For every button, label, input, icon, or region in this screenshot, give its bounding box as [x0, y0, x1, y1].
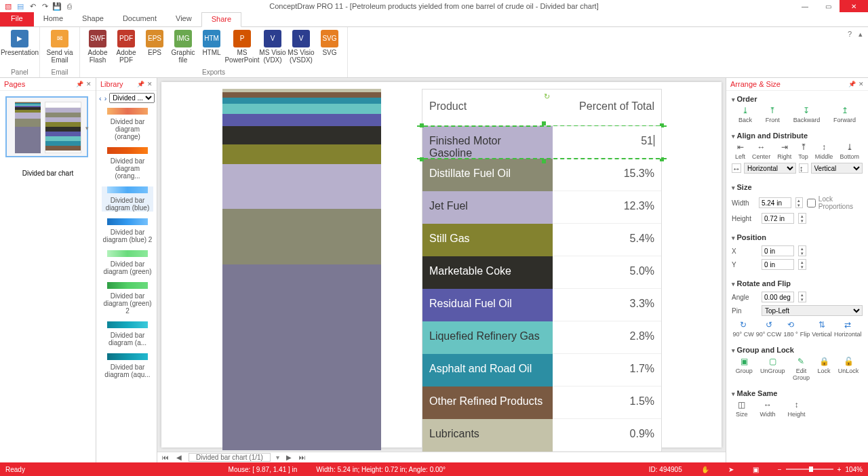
library-item[interactable]: Divided bar diagram (blue)	[102, 186, 153, 212]
table-row[interactable]: Distillate Fuel Oil15.3%	[422, 159, 661, 191]
bar-segment[interactable]	[222, 164, 381, 209]
pin-icon[interactable]: 📌	[76, 81, 83, 87]
width-spinner[interactable]: ▴▾	[795, 197, 803, 208]
panel-close-icon[interactable]: ✕	[859, 81, 864, 87]
group-section[interactable]: Group and Lock	[732, 344, 863, 357]
adobe-flash-button[interactable]: SWFAdobe Flash	[84, 28, 111, 68]
library-item[interactable]: Divided bar diagram (blue) 2	[102, 218, 153, 243]
dist-horiz-icon[interactable]: ↔	[732, 163, 741, 173]
zoom-slider[interactable]	[786, 469, 833, 470]
table-row[interactable]: Jet Fuel12.3%	[422, 191, 661, 224]
minimize-button[interactable]: —	[793, 0, 816, 12]
doc-icon[interactable]: ▤	[16, 2, 24, 10]
html-button[interactable]: HTMHTML	[198, 28, 225, 68]
page-thumbnail[interactable]	[5, 96, 88, 157]
library-item[interactable]: Divided bar diagram (green)	[102, 250, 153, 275]
y-spinner[interactable]: ▴▾	[798, 259, 806, 270]
help-icon[interactable]: ?	[848, 30, 852, 38]
dist-vert-icon[interactable]: ↕	[799, 163, 808, 173]
data-table[interactable]: Product↻ Percent of Total Finished Motor…	[422, 89, 662, 452]
align-bottom-button[interactable]: ⤓Bottom	[840, 142, 859, 160]
order-back-button[interactable]: ⤓Back	[738, 106, 752, 123]
tab-prev-icon[interactable]: ◀	[175, 454, 183, 461]
send-email-button[interactable]: ✉ Send via Email	[44, 28, 75, 68]
align-center-button[interactable]: ↔Center	[752, 142, 770, 160]
position-section[interactable]: Position	[732, 232, 863, 244]
unlock-button[interactable]: 🔓UnLock	[838, 357, 859, 381]
tab-first-icon[interactable]: ⏮	[161, 454, 170, 461]
pin-icon[interactable]: 📌	[137, 81, 144, 87]
align-left-button[interactable]: ⇤Left	[735, 142, 745, 160]
height-spinner[interactable]: ▴▾	[798, 213, 806, 224]
size-section[interactable]: Size	[732, 182, 863, 194]
presentation-button[interactable]: ▶ Presentation	[4, 28, 35, 68]
pointer-tool-icon[interactable]: ➤	[728, 466, 734, 473]
tab-shape[interactable]: Shape	[73, 12, 113, 26]
page-tab[interactable]: Divided bar chart (1/1)	[189, 453, 271, 462]
library-item[interactable]: Divided bar diagram (orange)	[102, 108, 153, 140]
bar-segment[interactable]	[222, 209, 381, 264]
bar-segment[interactable]	[222, 114, 381, 126]
rotate-ccw-button[interactable]: ↺90° CCW	[756, 320, 782, 338]
library-item[interactable]: Divided bar diagram (orang...	[102, 147, 153, 180]
fit-page-icon[interactable]: ▣	[753, 466, 759, 473]
rotate-cw-button[interactable]: ↻90° CW	[733, 320, 754, 338]
angle-input[interactable]	[762, 292, 794, 302]
angle-spinner[interactable]: ▴▾	[798, 292, 806, 302]
rotate-handle-icon[interactable]: ↻	[544, 92, 550, 101]
pin-icon[interactable]: 📌	[848, 81, 856, 87]
y-input[interactable]	[762, 259, 794, 270]
lib-next-icon[interactable]: ›	[104, 94, 107, 102]
lock-button[interactable]: 🔒Lock	[817, 357, 830, 381]
bar-segment[interactable]	[222, 92, 381, 98]
same-width-button[interactable]: ↔Width	[760, 400, 776, 418]
page-menu-icon[interactable]: ▾	[85, 125, 89, 132]
new-icon[interactable]: ▧	[4, 2, 12, 10]
library-combo[interactable]: Divided ...	[109, 93, 155, 103]
ungroup-button[interactable]: ▢UnGroup	[760, 357, 785, 381]
edit-group-button[interactable]: ✎Edit Group	[793, 357, 810, 381]
save-icon[interactable]: 💾	[53, 2, 61, 10]
panel-close-icon[interactable]: ✕	[86, 81, 92, 87]
tab-menu-icon[interactable]: ▾	[276, 454, 279, 461]
width-input[interactable]	[759, 197, 791, 208]
zoom-in-icon[interactable]: +	[837, 466, 842, 473]
collapse-ribbon-icon[interactable]: ▴	[859, 30, 863, 39]
canvas[interactable]: Product↻ Percent of Total Finished Motor…	[157, 78, 726, 462]
table-row[interactable]: Finished Motor Gasoline51	[422, 126, 661, 159]
close-button[interactable]: ✕	[840, 0, 868, 12]
visio-vsdx-button[interactable]: VMS Visio (VSDX)	[288, 28, 315, 68]
rotate-180-button[interactable]: ⟲180 °	[783, 320, 797, 338]
flip-h-button[interactable]: ⇄Horizontal	[834, 320, 862, 338]
graphic-file-button[interactable]: IMGGraphic file	[170, 28, 197, 68]
flip-v-button[interactable]: ⇅Vertical	[812, 320, 832, 338]
same-height-button[interactable]: ↕Height	[788, 400, 806, 418]
table-row[interactable]: Asphalt and Road Oil1.7%	[422, 354, 661, 386]
dist-vert-select[interactable]: Vertical	[811, 163, 863, 174]
table-row[interactable]: Still Gas5.4%	[422, 224, 661, 256]
order-section[interactable]: Order	[732, 94, 863, 106]
tab-last-icon[interactable]: ⏭	[298, 454, 307, 461]
pin-select[interactable]: Top-Left	[762, 305, 863, 316]
align-right-button[interactable]: ⇥Right	[777, 142, 791, 160]
library-item[interactable]: Divided bar diagram (aqu...	[102, 353, 153, 378]
align-top-button[interactable]: ⤒Top	[798, 142, 808, 160]
tab-document[interactable]: Document	[113, 12, 166, 26]
x-spinner[interactable]: ▴▾	[798, 245, 806, 256]
visio-vdx-button[interactable]: VMS Visio (VDX)	[259, 28, 286, 68]
align-section[interactable]: Align and Distribute	[732, 130, 863, 142]
order-backward-button[interactable]: ↧Backward	[793, 106, 821, 123]
bar-segment[interactable]	[222, 126, 381, 144]
same-size-button[interactable]: ◫Size	[736, 400, 748, 418]
hand-tool-icon[interactable]: ✋	[701, 466, 709, 473]
table-row[interactable]: Marketable Coke5.0%	[422, 256, 661, 289]
redo-icon[interactable]: ↷	[41, 2, 49, 10]
eps-button[interactable]: EPSEPS	[141, 28, 168, 68]
svg-button[interactable]: SVGSVG	[316, 28, 343, 68]
lock-prop-check[interactable]	[807, 199, 816, 207]
rotate-section[interactable]: Rotate and Flip	[732, 278, 863, 290]
align-middle-button[interactable]: ↕Middle	[815, 142, 833, 160]
tab-home[interactable]: Home	[34, 12, 73, 26]
x-input[interactable]	[762, 245, 794, 256]
tab-share[interactable]: Share	[201, 12, 241, 27]
